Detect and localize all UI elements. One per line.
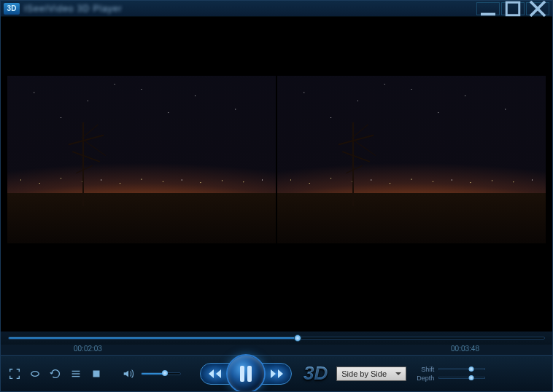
video-viewport[interactable] [1, 17, 552, 332]
transport-controls [200, 354, 292, 393]
depth-slider[interactable] [438, 377, 485, 379]
shift-label: Shift [414, 366, 434, 373]
svg-rect-1 [506, 2, 519, 15]
svg-rect-8 [240, 366, 244, 382]
mode-select-value: Side by Side [341, 369, 387, 378]
left-eye-frame [7, 76, 276, 243]
fullscreen-button[interactable] [7, 366, 23, 382]
right-eye-frame [277, 76, 546, 243]
minimize-button[interactable] [476, 2, 500, 15]
depth-shift-panel: Shift Depth [414, 366, 485, 382]
app-title: ISeeIVideo 3D Player [24, 4, 123, 14]
seek-bar[interactable] [1, 332, 552, 345]
svg-rect-7 [93, 370, 100, 377]
pause-button[interactable] [226, 354, 266, 393]
seek-track[interactable] [8, 337, 545, 340]
depth-label: Depth [414, 375, 434, 382]
control-bar: 3D Side by Side Shift Depth [1, 355, 552, 391]
volume-button[interactable] [120, 366, 136, 382]
repeat-button[interactable] [47, 366, 63, 382]
close-button[interactable] [526, 2, 549, 15]
toggle-3d-button[interactable]: 3D [299, 362, 332, 385]
playlist-button[interactable] [68, 366, 84, 382]
total-time: 00:03:48 [451, 345, 479, 355]
maximize-button[interactable] [501, 2, 525, 15]
title-bar: 3D ISeeIVideo 3D Player [1, 1, 552, 17]
seek-progress [9, 337, 298, 339]
stop-button[interactable] [88, 366, 104, 382]
mode-select[interactable]: Side by Side [336, 366, 406, 381]
seek-thumb[interactable] [294, 334, 301, 342]
snapshot-button[interactable] [27, 366, 43, 382]
app-3d-badge: 3D [4, 3, 20, 15]
forward-button[interactable] [261, 363, 292, 385]
current-time: 00:02:03 [74, 345, 102, 355]
volume-slider[interactable] [141, 372, 181, 375]
svg-rect-9 [247, 366, 252, 382]
volume-thumb[interactable] [162, 370, 168, 376]
shift-slider[interactable] [438, 368, 485, 370]
